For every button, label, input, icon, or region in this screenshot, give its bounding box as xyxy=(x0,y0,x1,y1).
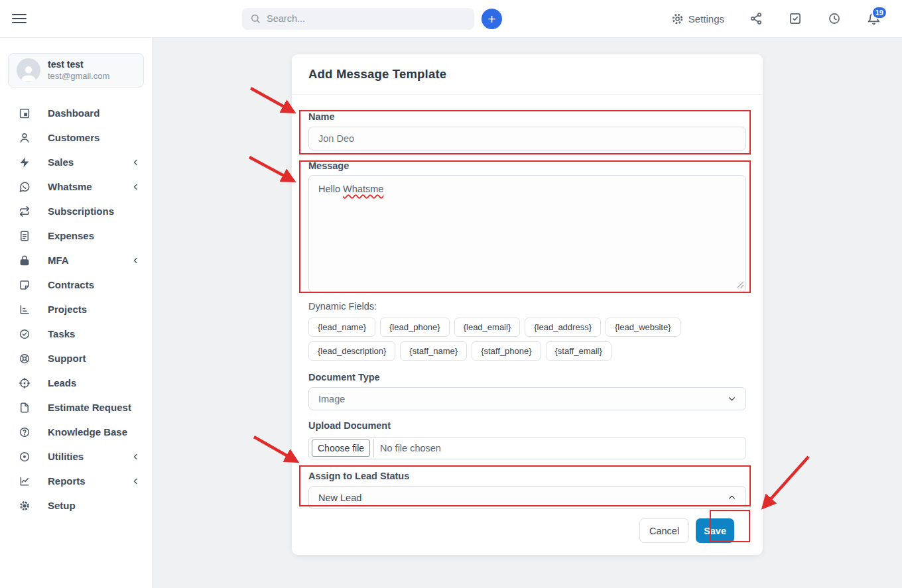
document-type-label: Document Type xyxy=(308,372,746,382)
sidebar-item-reports[interactable]: Reports xyxy=(0,469,152,493)
chevron-left-icon xyxy=(132,257,140,265)
contracts-icon xyxy=(19,279,31,291)
sidebar-item-knowledge-base[interactable]: Knowledge Base xyxy=(0,420,152,444)
sidebar-item-label: Whatsme xyxy=(48,181,132,192)
sidebar-item-label: Contracts xyxy=(48,279,140,290)
subscriptions-icon xyxy=(19,206,31,217)
sidebar-item-contracts[interactable]: Contracts xyxy=(0,272,152,297)
sidebar-item-tasks[interactable]: Tasks xyxy=(0,322,152,346)
app-root: + Settings 19 xyxy=(0,0,902,588)
chevron-down-icon xyxy=(728,394,736,403)
resize-grip-icon[interactable] xyxy=(737,279,743,290)
sidebar-item-label: Expenses xyxy=(48,230,140,241)
customers-icon xyxy=(19,132,31,144)
sidebar-item-label: Customers xyxy=(48,132,140,143)
target-icon xyxy=(19,377,31,389)
sidebar-item-mfa[interactable]: MFA xyxy=(0,248,152,272)
assign-lead-status-select[interactable]: New Lead xyxy=(308,486,746,509)
sidebar-item-sales[interactable]: Sales xyxy=(0,150,152,174)
notification-badge: 19 xyxy=(871,6,887,19)
sidebar-item-customers[interactable]: Customers xyxy=(0,125,152,150)
message-text: Hello xyxy=(318,184,343,194)
chevron-left-icon xyxy=(132,477,140,485)
sidebar-item-label: Utilities xyxy=(48,451,132,462)
quick-add-button[interactable]: + xyxy=(482,9,502,29)
sidebar-item-label: Tasks xyxy=(48,328,140,339)
save-button[interactable]: Save xyxy=(696,518,734,543)
sidebar-item-label: Estimate Request xyxy=(48,402,140,413)
share-button[interactable] xyxy=(749,12,763,25)
hamburger-menu-icon[interactable] xyxy=(12,11,27,26)
sidebar-item-label: Subscriptions xyxy=(48,206,140,217)
annotation-arrow-assign xyxy=(254,437,296,461)
chevron-left-icon xyxy=(132,183,140,191)
document-type-value: Image xyxy=(318,394,728,404)
sidebar-item-projects[interactable]: Projects xyxy=(0,297,152,322)
sidebar-item-subscriptions[interactable]: Subscriptions xyxy=(0,199,152,223)
topbar: + Settings 19 xyxy=(0,0,902,38)
settings-label: Settings xyxy=(688,13,724,25)
user-email: test@gmail.com xyxy=(48,71,109,82)
sidebar: test test test@gmail.com Dashboard Custo… xyxy=(0,38,153,588)
lock-icon xyxy=(19,255,31,266)
chip-staff-name[interactable]: {staff_name} xyxy=(400,341,467,361)
projects-icon xyxy=(19,304,31,316)
notifications-button[interactable]: 19 xyxy=(867,12,881,26)
chip-lead-name[interactable]: {lead_name} xyxy=(308,318,375,337)
file-input[interactable]: Choose file No file chosen xyxy=(308,437,746,459)
annotation-arrow-name xyxy=(251,88,292,111)
sales-icon xyxy=(19,156,31,168)
file-chosen-status: No file chosen xyxy=(380,443,441,453)
chevron-left-icon xyxy=(132,453,140,461)
sidebar-item-label: Reports xyxy=(48,475,132,487)
chip-lead-address[interactable]: {lead_address} xyxy=(525,318,601,337)
sidebar-item-support[interactable]: Support xyxy=(0,346,152,371)
chip-lead-description[interactable]: {lead_description} xyxy=(308,341,395,361)
chip-lead-phone[interactable]: {lead_phone} xyxy=(380,318,450,337)
sidebar-item-label: Leads xyxy=(48,377,140,388)
search-input[interactable] xyxy=(267,13,466,24)
message-misspelled-word: Whatsme xyxy=(343,184,383,194)
document-type-select[interactable]: Image xyxy=(308,387,746,410)
choose-file-button[interactable]: Choose file xyxy=(312,440,370,457)
annotation-arrow-message xyxy=(249,157,292,180)
share-icon xyxy=(749,12,763,25)
gear-icon xyxy=(19,500,31,512)
check-square-icon xyxy=(789,12,802,25)
sidebar-item-estimate-request[interactable]: Estimate Request xyxy=(0,395,152,420)
dashboard-icon xyxy=(19,107,31,119)
file-icon xyxy=(19,402,31,414)
chip-lead-email[interactable]: {lead_email} xyxy=(454,318,521,337)
user-profile-card[interactable]: test test test@gmail.com xyxy=(8,53,144,88)
check-circle-icon xyxy=(19,328,31,340)
assign-lead-status-value: New Lead xyxy=(318,493,728,503)
search-icon xyxy=(250,13,261,24)
tasks-check-button[interactable] xyxy=(789,12,802,25)
history-button[interactable] xyxy=(828,12,841,25)
reports-chart-icon xyxy=(19,475,31,487)
gear-icon xyxy=(671,13,684,25)
search-box[interactable] xyxy=(242,8,474,30)
sidebar-item-leads[interactable]: Leads xyxy=(0,371,152,395)
chip-staff-email[interactable]: {staff_email} xyxy=(546,341,612,361)
chip-lead-website[interactable]: {lead_website} xyxy=(606,318,680,337)
message-textarea[interactable]: Hello Whatsme xyxy=(308,175,746,292)
name-input[interactable] xyxy=(308,127,746,150)
sidebar-item-dashboard[interactable]: Dashboard xyxy=(0,101,152,125)
sidebar-item-expenses[interactable]: Expenses xyxy=(0,223,152,248)
sidebar-item-setup[interactable]: Setup xyxy=(0,493,152,518)
settings-button[interactable]: Settings xyxy=(671,13,724,25)
modal-header: Add Message Template xyxy=(292,54,763,95)
upload-document-label: Upload Document xyxy=(308,420,746,431)
sidebar-item-whatsme[interactable]: Whatsme xyxy=(0,174,152,199)
sidebar-item-label: Sales xyxy=(48,156,132,168)
expenses-icon xyxy=(19,230,31,242)
sidebar-item-label: Knowledge Base xyxy=(48,426,140,438)
modal-title: Add Message Template xyxy=(308,67,446,82)
chip-staff-phone[interactable]: {staff_phone} xyxy=(472,341,541,361)
dynamic-fields-label: Dynamic Fields: xyxy=(308,301,746,312)
cancel-button[interactable]: Cancel xyxy=(639,518,689,543)
sidebar-item-utilities[interactable]: Utilities xyxy=(0,444,152,469)
sidebar-item-label: Dashboard xyxy=(48,107,140,119)
annotation-arrow-save xyxy=(764,457,808,506)
